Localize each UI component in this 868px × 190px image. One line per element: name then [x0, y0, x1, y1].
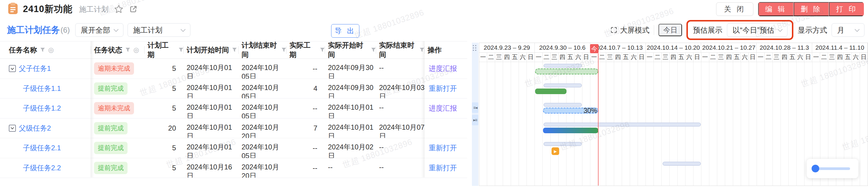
- fullscreen-icon: [610, 26, 618, 34]
- gantt-estimate-bar[interactable]: 30%: [543, 108, 598, 113]
- fullscreen-mode-button[interactable]: 大屏模式: [610, 25, 649, 35]
- task-name-link[interactable]: 子级任务2.1: [23, 143, 61, 153]
- collapse-left-icon[interactable]: ≡◂: [472, 102, 478, 113]
- actual-start-cell: 2024年10月01日: [325, 118, 376, 138]
- display-mode-dropdown[interactable]: 月: [832, 23, 865, 37]
- expand-right-icon[interactable]: ▸≡: [472, 115, 478, 125]
- task-status-cell: 提前完成: [91, 118, 145, 138]
- gantt-day-label: 四: [725, 53, 733, 62]
- gantt-week-label: 2024.9.30 – 10.6: [535, 43, 590, 53]
- gantt-day-label: 日: [638, 53, 646, 62]
- app-window: 2410新功能 施工计划 关 闭 编 辑 删 除 打 印 施工计划任务 (6) …: [0, 0, 868, 190]
- filter-icon[interactable]: [232, 46, 237, 54]
- table-row: 子级任务1.1提前完成52024年10月01日2024年10月05日42024年…: [0, 79, 467, 99]
- open-external-icon[interactable]: [129, 5, 138, 13]
- annotation-highlight-box: 预估展示 以“今日”预估: [686, 20, 794, 40]
- filter-icon[interactable]: [419, 46, 425, 54]
- plan-duration-cell: 5: [145, 158, 184, 178]
- column-label: 计划开始时间: [187, 45, 229, 55]
- collapse-toggle-icon[interactable]: [9, 65, 16, 72]
- task-name-cell: 子级任务2.2: [0, 158, 91, 178]
- gantt-estimate-bar[interactable]: [535, 69, 598, 74]
- gantt-controls: 大屏模式 今日 预估展示 以“今日”预估 显示方式 月: [610, 20, 868, 40]
- panel-splitter[interactable]: ≡◂ ▸≡: [472, 43, 478, 186]
- plan-end-cell: 2024年10月05日: [239, 79, 286, 99]
- today-button[interactable]: 今日: [658, 24, 682, 36]
- expand-all-dropdown[interactable]: 展开全部: [75, 23, 123, 37]
- filter-icon[interactable]: [320, 46, 325, 54]
- divider: [654, 25, 654, 35]
- locate-icon[interactable]: ◎: [48, 47, 54, 53]
- gantt-day-label: 二: [820, 53, 828, 62]
- gantt-planned-bar[interactable]: [662, 162, 701, 166]
- column-header-1: 任务名称◎: [0, 42, 91, 58]
- gantt-planned-bar[interactable]: [544, 103, 582, 107]
- gantt-week-header: 2024.9.23 – 9.292024.9.30 – 10.62024.10.…: [479, 43, 868, 53]
- task-name-link[interactable]: 子级任务2.2: [23, 163, 61, 173]
- plan-end-cell: 2024年10月05日: [239, 59, 286, 79]
- filter-icon[interactable]: [371, 46, 376, 54]
- danger-button-group: 编 辑 删 除 打 印: [758, 2, 864, 16]
- collapse-toggle-icon[interactable]: [9, 125, 16, 132]
- gantt-day-label: 一: [812, 53, 820, 62]
- task-name-link[interactable]: 子级任务1.2: [23, 104, 61, 113]
- task-name-link[interactable]: 父级任务2: [9, 124, 51, 133]
- gantt-day-header: 一二三四五六日一二三四五六日一二三四五六日一二三四五六日一二三四五六日一二三四五…: [479, 53, 868, 62]
- gantt-planned-bar[interactable]: [544, 142, 582, 146]
- locate-icon[interactable]: ◎: [133, 47, 139, 53]
- star-icon[interactable]: [114, 5, 123, 13]
- progress-report-marker-icon[interactable]: ▶: [552, 147, 559, 155]
- gantt-planned-bar[interactable]: [544, 64, 582, 67]
- gantt-day-label: 三: [606, 53, 614, 62]
- task-name-link[interactable]: 父子任务1: [9, 64, 51, 73]
- gantt-day-label: 三: [717, 53, 725, 62]
- drag-handle-icon[interactable]: [473, 45, 476, 51]
- filter-icon[interactable]: [281, 46, 286, 54]
- gantt-day-label: 五: [733, 53, 741, 62]
- gantt-day-label: 六: [519, 53, 527, 62]
- action-link[interactable]: 进度汇报: [429, 104, 457, 113]
- plan-start-cell: 2024年10月16日: [184, 158, 239, 178]
- gantt-planned-bar[interactable]: [544, 123, 701, 127]
- actual-duration-cell: --: [286, 138, 325, 158]
- close-button[interactable]: 关 闭: [716, 2, 753, 16]
- column-header-7: 实际开始时间: [325, 42, 376, 58]
- gantt-day-label: 五: [511, 53, 519, 62]
- column-header-9: 操作: [425, 42, 467, 58]
- task-table: 任务名称◎任务状态◎计划工期计划开始时间计划结束时间实际工期实际开始时间实际结束…: [0, 41, 467, 178]
- actual-duration-cell: --: [286, 99, 325, 118]
- filter-icon[interactable]: [40, 46, 45, 54]
- gantt-actual-bar[interactable]: [543, 128, 598, 133]
- estimate-mode-dropdown[interactable]: 以“今日”预估: [727, 23, 787, 37]
- task-status-cell: 提前完成: [91, 158, 145, 178]
- plan-start-cell: 2024年10月01日: [184, 59, 239, 79]
- print-button[interactable]: 打 印: [829, 2, 864, 16]
- gantt-day-label: 日: [749, 53, 756, 62]
- slider-track[interactable]: [815, 167, 850, 170]
- gantt-actual-bar[interactable]: [535, 88, 566, 94]
- action-link[interactable]: 进度汇报: [429, 64, 457, 73]
- actual-end-cell: --: [376, 59, 425, 79]
- action-link[interactable]: 重新打开: [429, 143, 457, 153]
- action-link[interactable]: 重新打开: [429, 163, 457, 173]
- gantt-day-label: 五: [566, 53, 575, 62]
- task-name-cell: 父子任务1: [0, 59, 91, 79]
- gantt-day-label: 四: [836, 53, 844, 62]
- action-link[interactable]: 重新打开: [429, 84, 457, 93]
- gantt-day-label: 二: [765, 53, 773, 62]
- status-badge: 提前完成: [94, 82, 127, 95]
- progress-percent-label: 30%: [584, 107, 597, 115]
- actual-duration-cell: --: [286, 59, 325, 79]
- filter-icon[interactable]: [125, 46, 130, 54]
- task-name-link[interactable]: 子级任务1.1: [23, 84, 61, 93]
- plan-duration-cell: 5: [145, 59, 184, 79]
- table-header-row: 任务名称◎任务状态◎计划工期计划开始时间计划结束时间实际工期实际开始时间实际结束…: [0, 41, 467, 59]
- export-button[interactable]: 导 出: [331, 24, 360, 38]
- gantt-day-label: 日: [582, 53, 590, 62]
- delete-button[interactable]: 删 除: [794, 2, 829, 16]
- gantt-planned-bar[interactable]: [544, 84, 582, 87]
- edit-button[interactable]: 编 辑: [758, 2, 794, 16]
- slider-handle[interactable]: [812, 165, 819, 172]
- filter-icon[interactable]: [178, 46, 184, 54]
- plan-select-dropdown[interactable]: 施工计划: [127, 23, 190, 37]
